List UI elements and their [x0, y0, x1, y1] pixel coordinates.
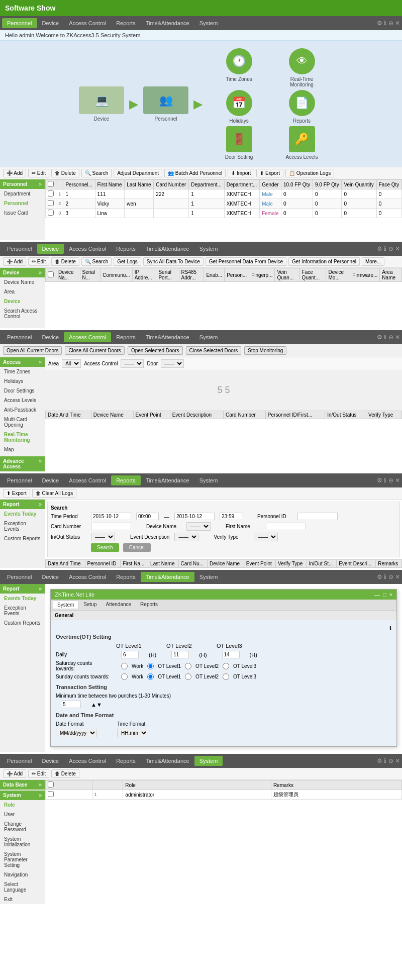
sidebar-area[interactable]: Area — [0, 287, 45, 297]
sys-select-all[interactable] — [48, 781, 54, 788]
nav-device-ta[interactable]: Device — [37, 572, 64, 582]
to-time-input[interactable] — [220, 513, 242, 520]
nav-system-r[interactable]: System — [194, 475, 223, 485]
access-sidebar-expand[interactable]: » — [39, 359, 42, 365]
row-check[interactable] — [48, 190, 54, 197]
table-row[interactable]: 2 2Vickywen1XKMTECH Male0000 — [46, 199, 402, 209]
nav-system-ta[interactable]: System — [194, 572, 223, 582]
dev-getinfo-btn[interactable]: Get Information of Personnel — [288, 257, 360, 266]
dev-search-btn[interactable]: 🔍 Search — [81, 257, 112, 266]
close-all-btn[interactable]: Close All Current Doors — [65, 346, 124, 355]
first-name-input[interactable] — [266, 523, 306, 530]
search-submit-btn[interactable]: Search — [91, 543, 119, 552]
sun-ot3[interactable] — [223, 673, 229, 680]
nav-personnel-ta[interactable]: Personnel — [2, 572, 37, 582]
sidebar-access-levels[interactable]: Access Levels — [0, 396, 45, 405]
device-name-select[interactable]: —— — [186, 522, 211, 531]
select-all-checkbox[interactable] — [48, 181, 54, 187]
personnel-sidebar-expand[interactable]: » — [39, 181, 42, 187]
sidebar-exception-r[interactable]: Exception Events — [0, 519, 45, 534]
nav-personnel-p[interactable]: Personnel — [2, 18, 37, 28]
date-format-select[interactable]: MM/dd/yyyy — [56, 729, 97, 737]
nav-system-p[interactable]: System — [194, 18, 223, 28]
sidebar-realtime[interactable]: Real-Time Monitoring — [0, 430, 45, 445]
ac-select[interactable]: —— — [121, 359, 144, 368]
nav-ta-ta[interactable]: Time&Attendance — [141, 572, 194, 582]
ot-daily-l1-input[interactable] — [121, 651, 139, 658]
ta-tab-attendance[interactable]: Attendance — [102, 601, 135, 609]
row-check[interactable] — [48, 210, 54, 216]
ta-tab-system[interactable]: System — [53, 601, 78, 609]
delete-btn[interactable]: 🗑 Delete — [51, 169, 79, 177]
nav-access-s[interactable]: Access Control — [64, 756, 111, 766]
nav-reports-d[interactable]: Reports — [111, 244, 141, 254]
nav-device-d[interactable]: Device — [37, 244, 64, 254]
stop-monitoring-btn[interactable]: Stop Monitoring — [244, 346, 286, 355]
sys-edit-btn[interactable]: ✏ Edit — [28, 769, 49, 778]
import-btn[interactable]: ⬇ Import — [228, 169, 254, 177]
ta-close-btn[interactable]: × — [389, 592, 392, 598]
sidebar-select-lang[interactable]: Select Language — [0, 879, 45, 895]
ta-sidebar-expand[interactable]: » — [39, 586, 42, 592]
nav-ta-ac[interactable]: Time&Attendance — [141, 332, 194, 342]
nav-system-ac[interactable]: System — [194, 332, 223, 342]
sidebar-exception-ta[interactable]: Exception Events — [0, 603, 45, 618]
sidebar-events-today-ta[interactable]: Events Today — [0, 594, 45, 603]
nav-ta-p[interactable]: Time&Attendance — [141, 18, 194, 28]
ta-tab-setup[interactable]: Setup — [79, 601, 100, 609]
table-row[interactable]: 3 3Lina1XKMTECH Female0000 — [46, 209, 402, 218]
adjust-dept-btn[interactable]: Adjust Department — [114, 169, 162, 177]
clear-logs-btn[interactable]: 🗑 Clear All Logs — [32, 489, 76, 498]
sun-work[interactable] — [121, 673, 128, 680]
sidebar-search-ac[interactable]: Search Access Control — [0, 306, 45, 321]
nav-system-s[interactable]: System — [194, 756, 223, 766]
sidebar-exit[interactable]: Exit — [0, 895, 45, 904]
nav-reports-ta[interactable]: Reports — [111, 572, 141, 582]
export-logs-btn[interactable]: ⬆ Export — [3, 489, 30, 498]
advance-access-expand[interactable]: » — [39, 458, 42, 469]
nav-personnel-d[interactable]: Personnel — [2, 244, 37, 254]
nav-personnel-s[interactable]: Personnel — [2, 756, 37, 766]
device-sidebar-expand[interactable]: » — [39, 270, 42, 275]
ta-subtab-general[interactable]: General — [51, 611, 396, 620]
sys-add-btn[interactable]: ➕ Add — [3, 769, 26, 778]
sidebar-role[interactable]: Role — [0, 800, 45, 810]
search-btn[interactable]: 🔍 Search — [81, 169, 112, 177]
sat-ot3[interactable] — [223, 663, 229, 669]
sidebar-anti-passback[interactable]: Anti-Passback — [0, 405, 45, 415]
sys-sidebar-db-expand[interactable]: » — [39, 782, 42, 788]
table-row[interactable]: 1 11112221XKMTECH Male0000 — [46, 189, 402, 199]
from-time-input[interactable] — [136, 513, 159, 520]
sidebar-department[interactable]: Department — [0, 189, 45, 199]
sidebar-events-today-r[interactable]: Events Today — [0, 509, 45, 519]
nav-system-d[interactable]: System — [194, 244, 223, 254]
nav-reports-ac[interactable]: Reports — [111, 332, 141, 342]
sidebar-user[interactable]: User — [0, 810, 45, 819]
nav-access-r[interactable]: Access Control — [64, 475, 111, 485]
nav-device-ac[interactable]: Device — [37, 332, 64, 342]
dev-add-btn[interactable]: ➕ Add — [3, 257, 26, 266]
card-number-input[interactable] — [91, 523, 131, 530]
nav-reports-r[interactable]: Reports — [111, 475, 141, 485]
event-desc-select[interactable]: —— — [174, 533, 198, 541]
nav-access-d[interactable]: Access Control — [64, 244, 111, 254]
row-check[interactable] — [48, 200, 54, 206]
sidebar-device-name[interactable]: Device Name — [0, 277, 45, 287]
sidebar-custom-ta[interactable]: Custom Reports — [0, 618, 45, 628]
nav-reports-p[interactable]: Reports — [111, 18, 141, 28]
sidebar-personnel[interactable]: Personnel — [0, 199, 45, 208]
to-date-input[interactable] — [174, 513, 215, 520]
door-select[interactable]: —— — [161, 359, 184, 368]
dev-sync-btn[interactable]: Sync All Data To Device — [143, 257, 204, 266]
nav-personnel-ac[interactable]: Personnel — [2, 332, 37, 342]
sidebar-sys-param[interactable]: System Parameter Setting — [0, 849, 45, 870]
dev-delete-btn[interactable]: 🗑 Delete — [51, 257, 79, 266]
sun-ot1[interactable] — [147, 673, 154, 680]
export-btn[interactable]: ⬆ Export — [256, 169, 283, 177]
sidebar-timezones[interactable]: Time Zones — [0, 367, 45, 376]
dev-getlogs-btn[interactable]: Get Logs — [114, 257, 141, 266]
sidebar-custom-r[interactable]: Custom Reports — [0, 534, 45, 543]
ot-daily-l2-input[interactable] — [171, 651, 189, 658]
nav-device-r[interactable]: Device — [37, 475, 64, 485]
ta-tab-reports[interactable]: Reports — [136, 601, 162, 609]
